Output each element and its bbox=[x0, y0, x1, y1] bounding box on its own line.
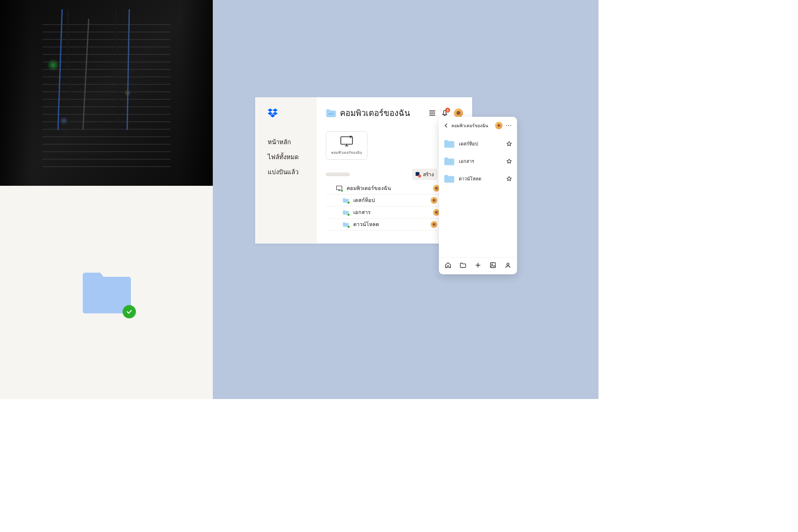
mobile-item-desktop[interactable]: เดสก์ท็อป bbox=[443, 135, 513, 153]
user-avatar[interactable] bbox=[454, 108, 463, 118]
star-icon[interactable] bbox=[506, 176, 512, 182]
nav-shared[interactable]: แบ่งปันแล้ว bbox=[268, 165, 317, 180]
file-name: คอมพิวเตอร์ของฉัน bbox=[347, 184, 429, 192]
my-computer-card[interactable]: คอมพิวเตอร์ของฉัน bbox=[326, 131, 367, 160]
photos-icon[interactable] bbox=[490, 262, 496, 268]
more-icon[interactable]: ⋯ bbox=[506, 122, 512, 129]
svg-marker-1 bbox=[273, 108, 278, 112]
server-rack-photo bbox=[0, 0, 213, 186]
svg-point-21 bbox=[507, 263, 509, 265]
home-icon[interactable] bbox=[445, 262, 451, 268]
nav-all-files[interactable]: ไฟล์ทั้งหมด bbox=[268, 150, 317, 165]
back-icon[interactable] bbox=[444, 123, 448, 128]
computer-card-label: คอมพิวเตอร์ของฉัน bbox=[331, 150, 362, 155]
folder-icon bbox=[444, 157, 455, 166]
svg-point-5 bbox=[329, 113, 330, 115]
sync-success-badge bbox=[123, 305, 136, 318]
file-name: เดสก์ท็อป bbox=[353, 196, 426, 204]
mobile-item-label: เดสก์ท็อป bbox=[459, 140, 502, 148]
menu-icon[interactable] bbox=[429, 110, 436, 116]
account-icon[interactable] bbox=[505, 262, 511, 268]
svg-point-7 bbox=[332, 113, 333, 115]
mobile-item-label: ดาวน์โหลด bbox=[459, 175, 502, 182]
mobile-item-documents[interactable]: เอกสาร bbox=[443, 153, 513, 170]
mobile-panel: คอมพิวเตอร์ของฉัน ⋯ เดสก์ท็อป bbox=[439, 117, 517, 274]
owner-avatar bbox=[431, 221, 437, 228]
mobile-title: คอมพิวเตอร์ของฉัน bbox=[451, 122, 492, 129]
svg-point-20 bbox=[492, 264, 493, 265]
folder-icon bbox=[326, 109, 336, 117]
sync-dot bbox=[347, 201, 350, 204]
nav-home[interactable]: หน้าหลัก bbox=[268, 135, 317, 150]
notifications-icon[interactable]: 3 bbox=[441, 110, 448, 116]
page-title: คอมพิวเตอร์ของฉัน bbox=[340, 106, 425, 120]
folder-icon bbox=[342, 222, 349, 227]
folder-icon bbox=[342, 209, 349, 215]
mobile-item-label: เอกสาร bbox=[459, 158, 502, 165]
star-icon[interactable] bbox=[506, 141, 512, 147]
create-icon bbox=[416, 172, 421, 177]
sync-dot bbox=[340, 189, 343, 192]
user-avatar[interactable] bbox=[495, 122, 502, 129]
folder-icon bbox=[444, 139, 455, 148]
star-icon[interactable] bbox=[506, 158, 512, 164]
create-label: สร้าง bbox=[423, 170, 434, 178]
folder-icon bbox=[342, 197, 349, 203]
sync-dot bbox=[347, 225, 350, 228]
file-name: ดาวน์โหลด bbox=[353, 220, 426, 229]
files-icon[interactable] bbox=[460, 262, 466, 268]
add-icon[interactable] bbox=[475, 262, 481, 268]
svg-marker-0 bbox=[268, 108, 273, 112]
folder-icon bbox=[444, 174, 455, 183]
placeholder-pill bbox=[326, 172, 350, 176]
svg-point-6 bbox=[330, 113, 332, 115]
computer-icon bbox=[336, 185, 342, 191]
notification-count-badge: 3 bbox=[445, 108, 450, 113]
mobile-item-downloads[interactable]: ดาวน์โหลด bbox=[443, 170, 513, 187]
synced-folder-illustration bbox=[0, 186, 213, 399]
file-name: เอกสาร bbox=[353, 208, 429, 217]
dropbox-logo bbox=[268, 108, 278, 118]
sync-dot bbox=[347, 213, 350, 216]
create-button[interactable]: สร้าง bbox=[412, 169, 437, 180]
svg-rect-19 bbox=[490, 263, 495, 268]
owner-avatar bbox=[431, 197, 437, 204]
